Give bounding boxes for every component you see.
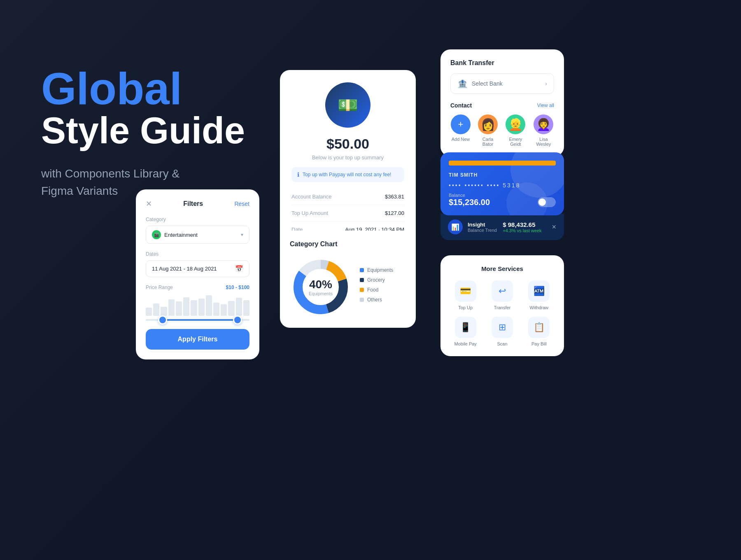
info-icon: ℹ: [297, 171, 299, 178]
balance-value: $363.81: [385, 194, 404, 200]
filters-close-icon[interactable]: ✕: [146, 199, 152, 208]
card-top-bar: [449, 161, 556, 166]
topup-hero: 💵: [291, 82, 404, 128]
toggle-dot: [538, 198, 546, 206]
insight-icon: 📊: [448, 219, 463, 234]
services-grid: 💳 Top Up ↩ Transfer 🏧 Withdraw 📱 Mobile …: [450, 280, 554, 346]
chevron-right-icon: ›: [545, 80, 547, 87]
bar: [206, 295, 212, 316]
donut-chart: 40% Equipments: [290, 256, 352, 318]
topup-card: 💵 $50.00 Below is your top up summary ℹ …: [280, 70, 416, 249]
bank-building-icon: 🏦: [457, 79, 468, 89]
legend-label: Others: [367, 297, 382, 303]
filters-title: Filters: [183, 200, 203, 208]
date-input[interactable]: 11 Aug 2021 - 18 Aug 2021 📅: [146, 260, 249, 277]
legend-item: Food: [360, 287, 406, 293]
price-slider-track[interactable]: [146, 319, 249, 321]
credit-card-section: TIM SMITH •••• •••••• •••• 5318 Balance …: [440, 152, 564, 240]
topup-row-balance: Account Balance $363.81: [291, 189, 404, 205]
bar: [236, 298, 242, 316]
contact-emery[interactable]: 👱 Emery Geidt: [505, 114, 527, 147]
insight-amount: $ 98,432.65: [503, 221, 541, 228]
insight-close-icon[interactable]: ✕: [552, 224, 557, 230]
donut-percent: 40%: [309, 278, 333, 291]
legend-dot: [360, 278, 364, 282]
calendar-icon: 📅: [235, 265, 243, 273]
legend-label: Food: [367, 287, 378, 293]
apply-filters-button[interactable]: Apply Filters: [146, 329, 249, 350]
slider-fill: [161, 319, 239, 321]
phone-icon: 💵: [338, 96, 358, 115]
donut-sublabel: Equipments: [309, 291, 333, 296]
service-label: Scan: [497, 341, 507, 346]
bar: [198, 299, 205, 316]
contact-lisa[interactable]: 👩‍🦱 Lisa Wesley: [533, 114, 554, 147]
service-icon-wrap: 📱: [455, 317, 476, 338]
price-chart-bars: [146, 295, 249, 316]
topup-amount: $50.00: [291, 136, 404, 152]
service-icon-wrap: ⊞: [492, 317, 513, 338]
bank-transfer-title: Bank Transfer: [450, 59, 554, 67]
contacts-row: + Add New 👩 Carla Bator 👱 Emery Geidt 👩‍…: [450, 114, 554, 147]
view-all-link[interactable]: View all: [537, 103, 554, 108]
contact-carla[interactable]: 👩 Carla Bator: [478, 114, 498, 147]
services-title: More Services: [450, 265, 554, 272]
bar: [176, 301, 182, 316]
topup-row-amount: Top Up Amount $127.00: [291, 205, 404, 222]
service-item-mobile-pay[interactable]: 📱 Mobile Pay: [450, 317, 480, 346]
bank-transfer-card: Bank Transfer 🏦 Select Bank › Contact Vi…: [440, 49, 564, 156]
category-dot: 🎬: [152, 230, 161, 239]
contact-title: Contact: [450, 102, 472, 109]
credit-card: TIM SMITH •••• •••••• •••• 5318 Balance …: [440, 152, 564, 215]
legend-item: Equipments: [360, 267, 406, 273]
insight-subtitle: Balance Trend: [468, 228, 497, 233]
add-new-label: Add New: [452, 137, 470, 142]
legend-label: Equipments: [367, 267, 393, 273]
bank-select-text: Select Bank: [472, 80, 503, 87]
category-chart-card: Category Chart 40% Equipments Equipments…: [280, 231, 416, 328]
contact-add-new[interactable]: + Add New: [450, 114, 471, 142]
filters-reset-button[interactable]: Reset: [234, 201, 249, 207]
bar: [146, 308, 152, 316]
price-range-header: Price Range $10 - $100: [146, 285, 249, 290]
chevron-down-icon: ▾: [241, 232, 243, 238]
contact-header: Contact View all: [450, 102, 554, 109]
card-bottom: Balance $15,236.00: [449, 193, 556, 207]
add-contact-button[interactable]: +: [451, 114, 471, 134]
card-toggle[interactable]: [538, 197, 556, 207]
donut-center-label: 40% Equipments: [309, 278, 333, 296]
service-item-transfer[interactable]: ↩ Transfer: [487, 280, 517, 310]
bar: [191, 300, 197, 316]
service-label: Top Up: [458, 305, 473, 310]
service-item-scan[interactable]: ⊞ Scan: [487, 317, 517, 346]
lisa-name: Lisa Wesley: [533, 137, 554, 147]
category-label: Category: [146, 217, 249, 222]
insight-panel: 📊 Insight Balance Trend $ 98,432.65 +4.3…: [440, 214, 564, 240]
bank-select-row[interactable]: 🏦 Select Bank ›: [450, 73, 554, 94]
service-item-top-up[interactable]: 💳 Top Up: [450, 280, 480, 310]
avatar-carla: 👩: [478, 114, 498, 134]
bar: [228, 301, 234, 316]
service-label: Transfer: [494, 305, 511, 310]
slider-thumb-left[interactable]: [158, 315, 167, 324]
filters-header: ✕ Filters Reset: [146, 199, 249, 208]
slider-thumb-right[interactable]: [233, 315, 242, 324]
more-services-card: More Services 💳 Top Up ↩ Transfer 🏧 With…: [440, 255, 564, 356]
category-select[interactable]: 🎬 Entertainment ▾: [146, 226, 249, 244]
legend-label: Grocery: [367, 277, 385, 283]
service-icon-wrap: 📋: [528, 317, 550, 338]
card-number: •••• •••••• •••• 5318: [449, 182, 556, 189]
category-select-left: 🎬 Entertainment: [152, 230, 198, 239]
insight-text: Insight Balance Trend: [468, 222, 497, 233]
service-item-withdraw[interactable]: 🏧 Withdraw: [524, 280, 554, 310]
insight-title: Insight: [468, 222, 497, 228]
service-label: Withdraw: [529, 305, 548, 310]
balance-label: Account Balance: [291, 194, 332, 200]
service-label: Pay Bill: [531, 341, 547, 346]
price-range-value: $10 - $100: [226, 285, 249, 290]
service-icon-wrap: 🏧: [528, 280, 550, 302]
service-item-pay-bill[interactable]: 📋 Pay Bill: [524, 317, 554, 346]
bar: [161, 307, 167, 316]
topup-banner-text: Top up with Paypay will not cost any fee…: [303, 172, 391, 177]
legend-item: Grocery: [360, 277, 406, 283]
